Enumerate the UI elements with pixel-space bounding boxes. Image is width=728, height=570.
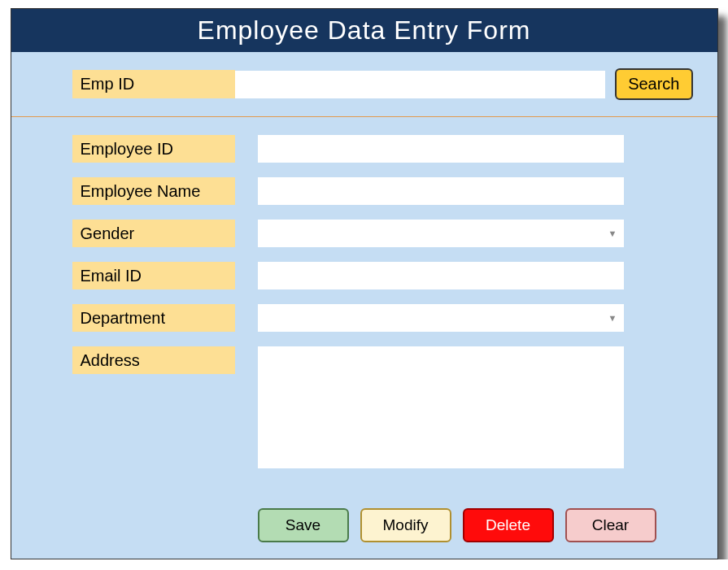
- label-employee-id: Employee ID: [72, 135, 235, 163]
- input-address[interactable]: [258, 346, 624, 468]
- select-department[interactable]: ▼: [258, 304, 624, 332]
- action-button-row: Save Modify Delete Clear: [197, 498, 717, 559]
- employee-form-window: Employee Data Entry Form Emp ID Search E…: [11, 8, 718, 559]
- label-email-id: Email ID: [72, 262, 235, 289]
- chevron-down-icon: ▼: [608, 228, 617, 238]
- search-button[interactable]: Search: [615, 68, 692, 100]
- input-employee-id[interactable]: [258, 135, 624, 163]
- input-email-id[interactable]: [258, 262, 624, 289]
- row-email-id: Email ID: [72, 262, 656, 289]
- label-gender: Gender: [72, 220, 235, 247]
- row-department: Department ▼: [72, 304, 656, 332]
- save-button[interactable]: Save: [258, 508, 349, 542]
- row-address: Address: [72, 346, 656, 468]
- label-department: Department: [72, 304, 235, 332]
- chevron-down-icon: ▼: [608, 313, 617, 323]
- row-gender: Gender ▼: [72, 220, 656, 247]
- row-employee-name: Employee Name: [72, 177, 656, 205]
- modify-button[interactable]: Modify: [360, 508, 451, 542]
- select-gender[interactable]: ▼: [258, 220, 624, 247]
- search-row: Emp ID Search: [11, 52, 717, 116]
- form-body: Employee ID Employee Name Gender ▼ Email…: [11, 117, 717, 498]
- delete-button[interactable]: Delete: [463, 508, 554, 542]
- row-employee-id: Employee ID: [72, 135, 656, 163]
- input-employee-name[interactable]: [258, 177, 624, 205]
- clear-button[interactable]: Clear: [565, 508, 656, 542]
- label-address: Address: [72, 346, 235, 374]
- search-input[interactable]: [235, 71, 606, 98]
- search-label: Emp ID: [72, 70, 235, 98]
- label-employee-name: Employee Name: [72, 177, 235, 205]
- form-title: Employee Data Entry Form: [11, 9, 717, 52]
- form-title-text: Employee Data Entry Form: [198, 15, 531, 45]
